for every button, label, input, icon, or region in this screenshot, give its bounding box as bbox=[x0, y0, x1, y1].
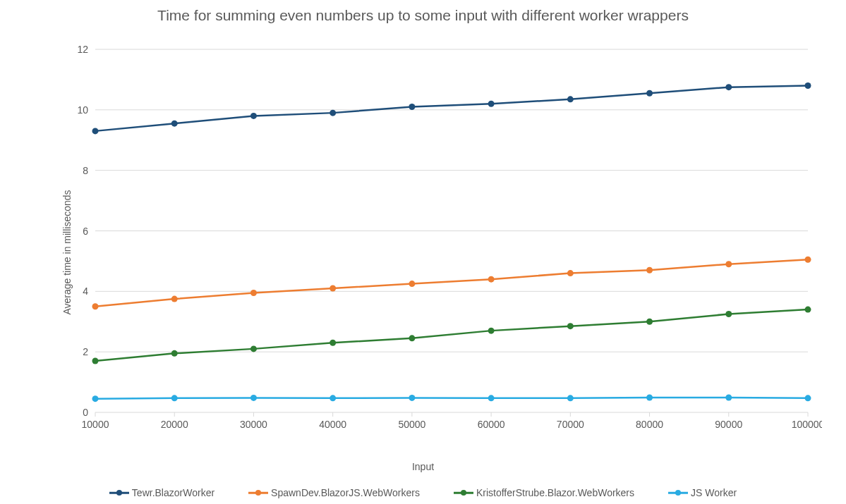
legend-item: KristofferStrube.Blazor.WebWorkers bbox=[454, 487, 634, 498]
x-tick-label: 50000 bbox=[398, 419, 425, 430]
y-tick-label: 2 bbox=[83, 346, 88, 357]
series-marker bbox=[171, 296, 178, 302]
series-marker bbox=[805, 82, 811, 89]
y-tick-label: 12 bbox=[77, 44, 88, 55]
legend-swatch bbox=[454, 488, 473, 498]
x-tick-label: 80000 bbox=[636, 419, 663, 430]
x-tick-label: 90000 bbox=[715, 419, 742, 430]
series-marker bbox=[92, 358, 99, 364]
series-marker bbox=[488, 328, 495, 334]
y-tick-label: 10 bbox=[77, 104, 88, 116]
chart-title: Time for summing even numbers up to some… bbox=[0, 7, 846, 24]
series-marker bbox=[725, 261, 732, 267]
series-line bbox=[95, 309, 808, 361]
legend-item: Tewr.BlazorWorker bbox=[109, 487, 214, 498]
series-marker bbox=[409, 335, 415, 341]
series-marker bbox=[250, 290, 257, 296]
legend-label: SpawnDev.BlazorJS.WebWorkers bbox=[271, 487, 420, 498]
series-marker bbox=[725, 84, 732, 90]
series-marker bbox=[805, 257, 811, 263]
plot-area: 0246810121000020000300004000050000600007… bbox=[60, 42, 822, 441]
series-marker bbox=[171, 395, 178, 401]
series-line bbox=[95, 259, 808, 307]
legend-swatch bbox=[248, 488, 268, 498]
legend-item: JS Worker bbox=[668, 487, 737, 498]
x-axis-label: Input bbox=[0, 461, 846, 472]
legend-item: SpawnDev.BlazorJS.WebWorkers bbox=[248, 487, 420, 498]
y-tick-label: 4 bbox=[83, 285, 88, 297]
y-tick-label: 0 bbox=[83, 407, 88, 418]
series-line bbox=[95, 86, 808, 131]
series-marker bbox=[330, 110, 336, 116]
series-marker bbox=[92, 128, 99, 134]
series-marker bbox=[409, 281, 415, 287]
series-marker bbox=[250, 345, 257, 352]
x-tick-label: 30000 bbox=[240, 419, 267, 430]
series-line bbox=[95, 398, 808, 399]
series-marker bbox=[646, 267, 653, 273]
chart-container: Time for summing even numbers up to some… bbox=[0, 0, 846, 504]
legend-label: KristofferStrube.Blazor.WebWorkers bbox=[476, 487, 634, 498]
series-marker bbox=[409, 395, 415, 401]
series-marker bbox=[92, 395, 99, 402]
series-marker bbox=[488, 276, 495, 283]
series-marker bbox=[567, 323, 574, 329]
series-marker bbox=[646, 319, 653, 325]
x-tick-label: 60000 bbox=[478, 419, 505, 430]
y-tick-label: 6 bbox=[83, 226, 88, 237]
series-marker bbox=[567, 395, 574, 401]
series-marker bbox=[646, 394, 653, 400]
series-marker bbox=[567, 96, 574, 102]
series-marker bbox=[171, 350, 178, 357]
y-tick-label: 8 bbox=[83, 165, 88, 176]
x-tick-label: 10000 bbox=[82, 419, 109, 430]
series-marker bbox=[488, 101, 495, 107]
series-marker bbox=[725, 311, 732, 317]
x-tick-label: 40000 bbox=[319, 419, 346, 430]
x-tick-label: 20000 bbox=[161, 419, 188, 430]
series-marker bbox=[409, 104, 415, 110]
series-marker bbox=[171, 121, 178, 127]
series-marker bbox=[92, 303, 99, 309]
series-marker bbox=[725, 394, 732, 400]
series-marker bbox=[646, 90, 653, 97]
series-marker bbox=[805, 307, 811, 313]
series-marker bbox=[330, 395, 336, 401]
series-marker bbox=[567, 270, 574, 276]
legend-swatch bbox=[668, 488, 688, 498]
legend: Tewr.BlazorWorkerSpawnDev.BlazorJS.WebWo… bbox=[0, 487, 846, 498]
series-marker bbox=[330, 340, 336, 346]
legend-label: JS Worker bbox=[691, 487, 737, 498]
series-marker bbox=[488, 395, 495, 401]
x-tick-label: 70000 bbox=[557, 419, 584, 430]
series-marker bbox=[250, 395, 257, 401]
chart-svg: 0246810121000020000300004000050000600007… bbox=[60, 42, 822, 441]
series-marker bbox=[250, 113, 257, 119]
legend-label: Tewr.BlazorWorker bbox=[132, 487, 214, 498]
series-marker bbox=[805, 395, 811, 401]
legend-swatch bbox=[109, 488, 129, 498]
series-marker bbox=[330, 285, 336, 292]
x-tick-label: 100000 bbox=[792, 419, 822, 430]
